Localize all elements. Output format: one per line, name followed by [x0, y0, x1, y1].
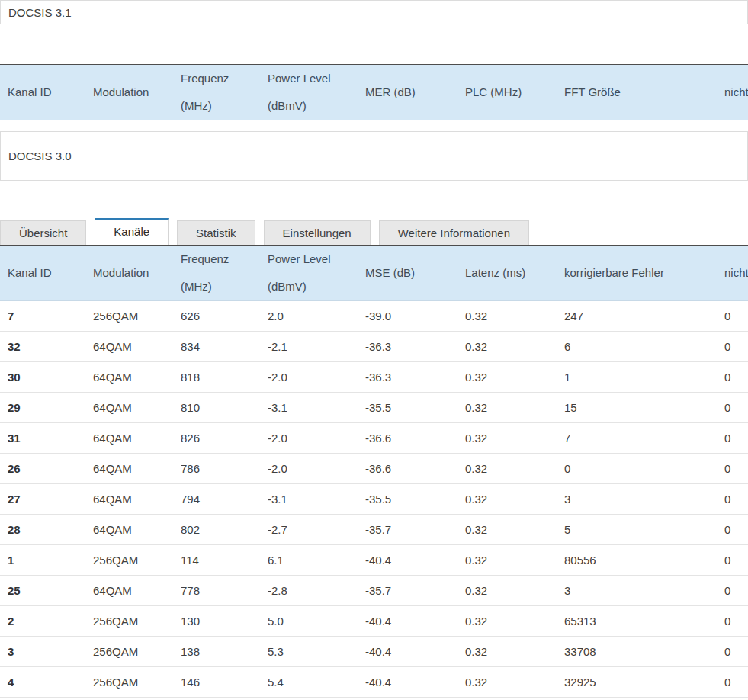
table-cell: 0 [717, 362, 748, 393]
table-cell: 2 [0, 606, 85, 637]
table-cell: 15 [557, 393, 717, 423]
table-cell: 256QAM [85, 545, 173, 576]
table-cell: -39.0 [358, 301, 457, 332]
table-cell: -2.1 [260, 332, 358, 362]
table-cell: 64QAM [85, 454, 173, 484]
table-row: 4256QAM1465.4-40.40.32329250 [0, 667, 748, 698]
table-cell: 0.32 [457, 423, 557, 454]
table-cell: -40.4 [358, 606, 457, 637]
table-row: 2664QAM786-2.0-36.60.3200 [0, 454, 748, 484]
table-cell: 64QAM [85, 576, 173, 606]
table-cell: 6 [557, 332, 717, 362]
table-cell: -40.4 [358, 667, 457, 698]
table-row: 2864QAM802-2.7-35.70.3250 [0, 515, 748, 545]
table-cell: 0 [717, 332, 748, 362]
docsis30-title-text: DOCSIS 3.0 [8, 149, 72, 162]
column-header: Power Level (dBmV) [260, 246, 358, 301]
table-cell: 0 [717, 484, 748, 515]
table-cell: -2.8 [260, 576, 358, 606]
tab-einstellungen[interactable]: Einstellungen [264, 220, 371, 245]
tab-bar: ÜbersichtKanäleStatistikEinstellungenWei… [0, 218, 748, 245]
table-cell: 256QAM [85, 637, 173, 667]
table-cell: 64QAM [85, 515, 173, 545]
table-cell: 834 [173, 332, 260, 362]
table-cell: 3 [557, 484, 717, 515]
table-cell: -36.6 [358, 454, 457, 484]
table-cell: 0 [717, 637, 748, 667]
column-header: Kanal ID [0, 65, 85, 120]
table-cell: -2.0 [260, 454, 358, 484]
table-cell: 810 [173, 393, 260, 423]
docsis31-section-title: DOCSIS 3.1 [0, 0, 748, 24]
table-cell: 778 [173, 576, 260, 606]
table-cell: 32 [0, 332, 85, 362]
table-cell: 114 [173, 545, 260, 576]
table-cell: 0.32 [457, 301, 557, 332]
column-header: Power Level (dBmV) [260, 65, 358, 120]
table-cell: 130 [173, 606, 260, 637]
table-cell: 256QAM [85, 606, 173, 637]
table-cell: -40.4 [358, 637, 457, 667]
table-cell: 626 [173, 301, 260, 332]
tab-statistik[interactable]: Statistik [177, 220, 255, 245]
table-cell: -3.1 [260, 393, 358, 423]
table-cell: 802 [173, 515, 260, 545]
table-cell: 256QAM [85, 301, 173, 332]
table-cell: -2.7 [260, 515, 358, 545]
table-cell: 0 [557, 454, 717, 484]
table-row: 3164QAM826-2.0-36.60.3270 [0, 423, 748, 454]
table-cell: 1 [0, 545, 85, 576]
table-cell: 33708 [557, 637, 717, 667]
table-cell: 0.32 [457, 362, 557, 393]
table-cell: -2.0 [260, 362, 358, 393]
column-header: PLC (MHz) [457, 65, 557, 120]
table-cell: 2.0 [260, 301, 358, 332]
table-cell: -36.6 [358, 423, 457, 454]
column-header: Modulation [85, 246, 173, 301]
table-cell: 0 [717, 423, 748, 454]
table-cell: 31 [0, 423, 85, 454]
table-cell: -3.1 [260, 484, 358, 515]
table-row: 2256QAM1305.0-40.40.32653130 [0, 606, 748, 637]
table-cell: 0.32 [457, 484, 557, 515]
table-cell: 0.32 [457, 545, 557, 576]
column-header: Kanal ID [0, 246, 85, 301]
table-cell: 64QAM [85, 393, 173, 423]
table-cell: 0.32 [457, 576, 557, 606]
table-cell: 4 [0, 667, 85, 698]
table-cell: 3 [0, 637, 85, 667]
column-header: Modulation [85, 65, 173, 120]
table-cell: -2.0 [260, 423, 358, 454]
table-cell: 3 [557, 576, 717, 606]
table-cell: 0.32 [457, 637, 557, 667]
table-cell: 818 [173, 362, 260, 393]
table-cell: 64QAM [85, 423, 173, 454]
tab-kanäle[interactable]: Kanäle [95, 218, 169, 245]
table-cell: 64QAM [85, 332, 173, 362]
tab-weitere-informationen[interactable]: Weitere Informationen [379, 220, 529, 245]
column-header: korrigierbare Fehler [557, 246, 717, 301]
table-cell: 0 [717, 545, 748, 576]
docsis30-header-row: Kanal IDModulationFrequenz (MHz)Power Le… [0, 246, 748, 301]
table-cell: 28 [0, 515, 85, 545]
table-cell: 64QAM [85, 484, 173, 515]
tab-übersicht[interactable]: Übersicht [0, 220, 86, 245]
table-cell: -35.7 [358, 576, 457, 606]
docsis30-section-title: DOCSIS 3.0 [0, 131, 748, 181]
column-header: MSE (dB) [358, 246, 457, 301]
table-cell: -36.3 [358, 332, 457, 362]
table-cell: 5.3 [260, 637, 358, 667]
table-cell: 26 [0, 454, 85, 484]
docsis31-table: Kanal IDModulationFrequenz (MHz)Power Le… [0, 64, 748, 120]
table-cell: 0 [717, 393, 748, 423]
page: DOCSIS 3.1 Kanal IDModulationFrequenz (M… [0, 0, 748, 698]
table-cell: 80556 [557, 545, 717, 576]
table-cell: 138 [173, 637, 260, 667]
table-cell: 794 [173, 484, 260, 515]
table-cell: -35.5 [358, 484, 457, 515]
docsis30-table-body: 7256QAM6262.0-39.00.3224703264QAM834-2.1… [0, 301, 748, 698]
table-cell: 0.32 [457, 393, 557, 423]
column-header: Latenz (ms) [457, 246, 557, 301]
table-row: 1256QAM1146.1-40.40.32805560 [0, 545, 748, 576]
docsis31-title-text: DOCSIS 3.1 [8, 6, 72, 19]
